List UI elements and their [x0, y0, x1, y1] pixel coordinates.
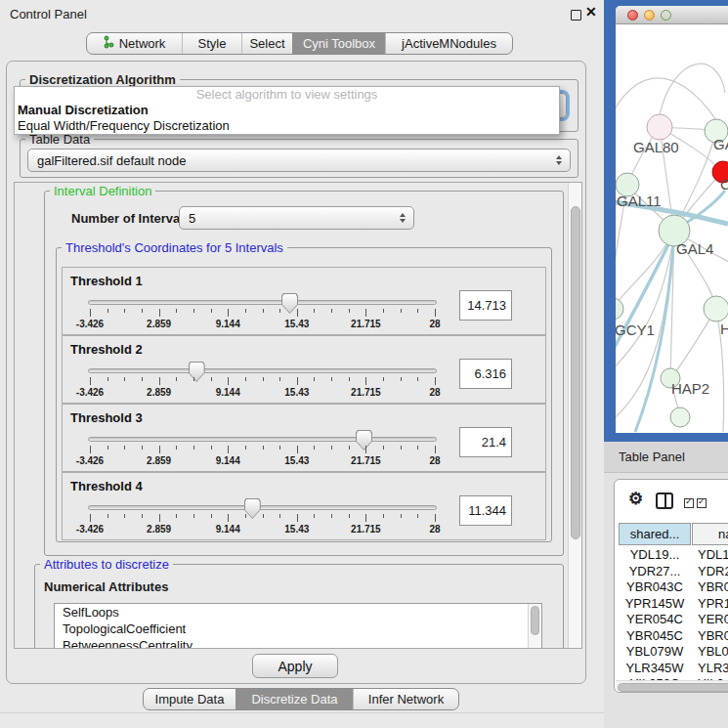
tick-mark [365, 514, 366, 522]
tick-mark [401, 309, 402, 313]
threshold-slider-track[interactable] [88, 300, 437, 305]
close-traffic-light-icon[interactable] [627, 10, 638, 21]
tick-label: 2.859 [130, 319, 189, 329]
dropdown-placeholder: Select algorithm to view settings [15, 87, 559, 103]
table-row[interactable]: YPR145WYPR1 [619, 596, 728, 613]
cell-name: YBL0 [692, 644, 728, 659]
threshold-slider-track[interactable] [88, 437, 437, 442]
threshold-slider-track[interactable] [88, 368, 437, 373]
settings-scrollbar[interactable] [568, 183, 582, 648]
threshold-row: Threshold 2-3.4262.8599.14415.4321.71528… [62, 335, 546, 404]
attribute-list-item[interactable]: SelfLoops [55, 604, 541, 621]
table-hscrollbar-thumb[interactable] [618, 683, 728, 692]
tick-label: 21.715 [336, 319, 395, 329]
algorithm-dropdown: Select algorithm to view settings Manual… [14, 86, 560, 135]
zoom-traffic-light-icon[interactable] [661, 10, 671, 21]
cell-name: YBR0 [692, 579, 728, 594]
tick-label: 15.43 [268, 455, 326, 466]
tick-mark [383, 377, 384, 381]
settings-scrollbar-thumb[interactable] [571, 206, 580, 539]
tick-mark [401, 377, 402, 381]
close-icon[interactable]: ✕ [585, 4, 597, 20]
threshold-slider-handle[interactable] [189, 362, 205, 382]
tick-label: -3.426 [61, 387, 119, 398]
table-row[interactable]: YBR043CYBR0 [619, 579, 728, 596]
table-row[interactable]: YER054CYER0 [619, 612, 728, 628]
table-row[interactable]: YBL079WYBL0 [619, 644, 728, 661]
attribute-list-item[interactable]: TopologicalCoefficient [55, 621, 541, 637]
tab-label: Style [198, 36, 227, 51]
column-header-name[interactable]: na [692, 523, 728, 545]
column-header-shared-name[interactable]: shared... [619, 523, 691, 545]
cell-name: YER0 [692, 612, 728, 626]
tick-mark [297, 377, 298, 385]
dropdown-items: Manual DiscretizationEqual Width/Frequen… [15, 103, 559, 134]
minimize-traffic-light-icon[interactable] [644, 10, 655, 21]
threshold-value-field[interactable]: 14.713 [459, 290, 512, 321]
tab-network[interactable]: Network [87, 33, 182, 54]
network-canvas[interactable]: GAL80GACGAL11GAL4GCY1HHAP2 [616, 24, 728, 433]
tab-label: Infer Network [368, 692, 444, 707]
tab-infer-network[interactable]: Infer Network [353, 689, 458, 709]
network-titlebar[interactable] [616, 6, 728, 24]
tab-cyni-toolbox[interactable]: Cyni Toolbox [292, 33, 385, 54]
table-data-value: galFiltered.sif default node [37, 153, 186, 168]
tick-mark [435, 309, 436, 317]
tab-jactivemnodules[interactable]: jActiveMNodules [385, 33, 512, 54]
threshold-slider-track[interactable] [88, 505, 437, 510]
attribute-list-item[interactable]: BetweennessCentrality [55, 637, 541, 649]
tick-mark [435, 514, 436, 522]
tick-mark [90, 514, 91, 522]
dropdown-item[interactable]: Equal Width/Frequency Discretization [15, 118, 559, 134]
tick-mark [159, 446, 160, 453]
tick-mark [314, 309, 315, 313]
table-row[interactable]: YBR045CYBR0 [619, 628, 728, 645]
tab-style[interactable]: Style [182, 33, 241, 54]
network-window-frame: GAL80GACGAL11GAL4GCY1HHAP2 [604, 0, 728, 442]
tick-label: 9.144 [198, 455, 257, 466]
threshold-value-field[interactable]: 21.4 [459, 427, 512, 457]
tick-label: 21.715 [336, 455, 395, 466]
threshold-label: Threshold 1 [70, 274, 143, 288]
top-tab-strip: NetworkStyleSelectCyni ToolboxjActiveMNo… [86, 32, 513, 55]
tick-label: 28 [406, 455, 464, 466]
gear-icon[interactable]: ⚙ [628, 489, 643, 509]
table-row[interactable]: YDL19...YDL1 [619, 547, 728, 564]
list-scrollbar-thumb[interactable] [531, 606, 539, 635]
tick-mark [193, 377, 194, 381]
table-hscrollbar[interactable] [616, 680, 728, 693]
tab-discretize-data[interactable]: Discretize Data [236, 689, 353, 709]
table-row[interactable]: YDR27...YDR2 [619, 564, 728, 580]
tick-mark [331, 309, 332, 313]
tick-mark [365, 446, 366, 453]
threshold-value-field[interactable]: 6.316 [459, 359, 512, 389]
column-layout-icon[interactable] [656, 492, 673, 509]
threshold-slider-handle[interactable] [356, 430, 372, 450]
threshold-slider-handle[interactable] [244, 498, 261, 519]
tab-label: Cyni Toolbox [303, 36, 375, 51]
threshold-value-field[interactable]: 11.344 [459, 495, 512, 526]
apply-button[interactable]: Apply [252, 654, 338, 678]
tick-mark [383, 514, 384, 518]
numerical-attributes-list[interactable]: SelfLoopsTopologicalCoefficientBetweenne… [54, 603, 542, 649]
dropdown-item[interactable]: Manual Discretization [15, 103, 559, 118]
float-window-icon[interactable] [571, 10, 581, 21]
tab-impute-data[interactable]: Impute Data [144, 689, 236, 709]
select-columns-icon[interactable] [684, 496, 709, 511]
tick-mark [435, 377, 436, 385]
tab-label: jActiveMNodules [402, 36, 496, 51]
list-scrollbar[interactable] [528, 604, 541, 649]
tick-mark [245, 514, 246, 518]
node-label: H [720, 321, 728, 337]
table-data-combobox[interactable]: galFiltered.sif default node [27, 149, 571, 172]
table-header-row: shared...na [619, 523, 728, 545]
table-row[interactable]: YLR345WYLR3 [619, 661, 728, 677]
tab-select[interactable]: Select [241, 33, 292, 54]
cell-name: YLR3 [692, 661, 728, 675]
cell-shared-name: YBR043C [619, 579, 691, 594]
tick-mark [107, 377, 108, 381]
threshold-slider-handle[interactable] [281, 293, 298, 314]
tick-mark [245, 309, 246, 313]
tick-mark [349, 446, 350, 450]
num-intervals-combobox[interactable]: 5 [179, 206, 414, 230]
